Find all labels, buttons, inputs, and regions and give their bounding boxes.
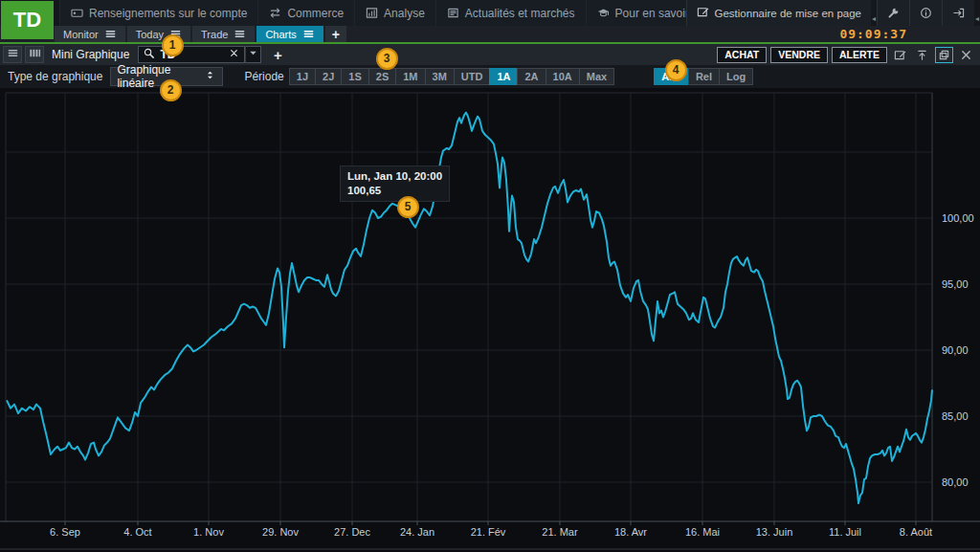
x-axis-label: 27. Dec xyxy=(334,526,370,538)
scale-rel[interactable]: Rel xyxy=(688,68,720,85)
info-icon xyxy=(920,7,932,19)
menu-item-commerce[interactable]: Commerce xyxy=(258,0,355,26)
chevron-down-icon xyxy=(247,46,259,63)
wrench-icon xyxy=(887,7,900,19)
period-2s[interactable]: 2S xyxy=(368,68,396,85)
panel-layout-button[interactable] xyxy=(25,46,44,63)
price-line-series xyxy=(7,113,932,503)
annotation-badge-5: 5 xyxy=(397,196,419,218)
tab-label: Charts xyxy=(265,29,296,40)
window-icon xyxy=(938,49,950,61)
scale-log[interactable]: Log xyxy=(719,68,753,85)
x-axis-label: 13. Juin xyxy=(756,526,793,538)
menu-item-renseignements-sur-le-compte[interactable]: Renseignements sur le compte xyxy=(60,0,258,26)
td-logo: TD xyxy=(1,1,54,39)
period-2a[interactable]: 2A xyxy=(517,68,546,85)
x-axis-label: 4. Oct xyxy=(123,526,151,538)
menu-item-label: Renseignements sur le compte xyxy=(89,7,247,20)
chart-tooltip: Lun, Jan 10, 20:00 100,65 xyxy=(340,166,450,202)
tab-label: Today xyxy=(136,29,164,40)
x-axis-label: 29. Nov xyxy=(262,526,299,538)
x-axis-label: 21. Fév xyxy=(471,526,506,538)
x-axis-label: 8. Août xyxy=(900,526,932,538)
collapse-icon xyxy=(916,49,928,61)
panel-header-actions: ACHATVENDREALERTE xyxy=(717,47,980,63)
annotation-badge-2: 2 xyxy=(160,79,182,101)
analysis-icon xyxy=(366,7,378,19)
layout-manager-button[interactable]: Gestionnaire de mise en page xyxy=(686,0,871,26)
period-1a[interactable]: 1A xyxy=(489,68,518,85)
hamburger-icon xyxy=(7,46,19,63)
y-axis-label: 85,00 xyxy=(942,410,969,422)
period-label: Période xyxy=(244,70,283,83)
top-menu-bar: Renseignements sur le compteCommerceAnal… xyxy=(0,0,980,26)
period-10a[interactable]: 10A xyxy=(546,68,580,85)
period-3m[interactable]: 3M xyxy=(425,68,455,85)
annotation-badge-3: 3 xyxy=(376,48,398,70)
topbar-right-controls: Gestionnaire de mise en page ◂ ◂ xyxy=(686,0,980,26)
period-max[interactable]: Max xyxy=(579,68,614,85)
wrench-button[interactable] xyxy=(877,0,909,26)
add-tab-button[interactable]: + xyxy=(325,26,346,42)
vendre-button[interactable]: VENDRE xyxy=(770,47,828,63)
y-axis-label: 95,00 xyxy=(942,278,969,290)
period-button-group: 1J2J1S2S1M3MUTD1A2A10AMax xyxy=(290,68,614,85)
window-button[interactable] xyxy=(935,47,953,63)
tab-trade[interactable]: Trade xyxy=(192,26,255,42)
edit-icon xyxy=(697,6,709,20)
collapse-left-icon[interactable]: ◂ xyxy=(974,0,980,26)
info-button[interactable] xyxy=(909,0,942,26)
tooltip-date: Lun, Jan 10, 20:00 xyxy=(347,169,442,184)
period-1s[interactable]: 1S xyxy=(341,68,368,85)
annotation-badge-1: 1 xyxy=(162,34,184,56)
menu-item-actualit-s-et-march-s[interactable]: Actualités et marchés xyxy=(436,0,587,26)
workspace-tab-row: MonitorTodayTradeCharts+ 09:09:37 xyxy=(0,26,980,42)
learn-icon xyxy=(597,7,610,19)
menu-item-label: Analyse xyxy=(384,7,425,20)
y-axis-label: 100,00 xyxy=(942,212,974,224)
account-icon xyxy=(71,7,83,19)
panel-menu-button[interactable] xyxy=(3,46,22,63)
logout-button[interactable] xyxy=(942,0,974,26)
tab-monitor[interactable]: Monitor xyxy=(55,26,125,42)
tab-label: Trade xyxy=(201,29,228,40)
close-icon xyxy=(960,49,972,61)
launch-button[interactable] xyxy=(891,47,909,63)
tab-charts[interactable]: Charts xyxy=(256,26,323,42)
y-axis-label: 90,00 xyxy=(942,344,969,356)
close-button[interactable] xyxy=(957,47,975,63)
tab-label: Monitor xyxy=(63,29,99,40)
price-chart[interactable]: 100,0095,0090,0085,0080,006. Sep4. Oct1.… xyxy=(0,88,980,552)
x-axis-label: 11. Juil xyxy=(829,526,861,538)
trade-icon xyxy=(269,7,281,19)
period-1j[interactable]: 1J xyxy=(289,68,316,85)
session-clock: 09:09:37 xyxy=(839,27,907,41)
period-utd[interactable]: UTD xyxy=(454,68,491,85)
collapse-button[interactable] xyxy=(913,47,931,63)
x-axis-label: 18. Avr xyxy=(614,526,647,538)
x-axis-label: 24. Jan xyxy=(400,526,434,538)
hamburger-icon xyxy=(234,28,246,40)
hamburger-icon xyxy=(104,28,117,40)
x-axis-label: 1. Nov xyxy=(193,526,224,538)
x-axis-label: 6. Sep xyxy=(50,526,80,538)
symbol-search-input[interactable]: TD xyxy=(138,46,245,63)
period-1m[interactable]: 1M xyxy=(395,68,425,85)
symbol-dropdown-button[interactable] xyxy=(245,46,261,63)
launch-icon xyxy=(894,49,906,61)
logout-icon xyxy=(952,7,965,19)
menu-item-analyse[interactable]: Analyse xyxy=(355,0,436,26)
search-icon xyxy=(143,46,155,63)
menu-item-label: Commerce xyxy=(287,7,344,20)
tooltip-value: 100,65 xyxy=(347,184,442,198)
window-icon-group xyxy=(877,0,974,26)
clear-icon[interactable] xyxy=(228,46,240,63)
trading-app-window: Renseignements sur le compteCommerceAnal… xyxy=(0,0,980,552)
y-axis-label: 80,00 xyxy=(942,476,969,488)
achat-button[interactable]: ACHAT xyxy=(717,47,767,63)
period-2j[interactable]: 2J xyxy=(315,68,342,85)
alerte-button[interactable]: ALERTE xyxy=(832,47,887,63)
updown-icon xyxy=(204,69,216,84)
add-symbol-button[interactable]: + xyxy=(268,46,287,63)
news-icon xyxy=(447,7,459,19)
